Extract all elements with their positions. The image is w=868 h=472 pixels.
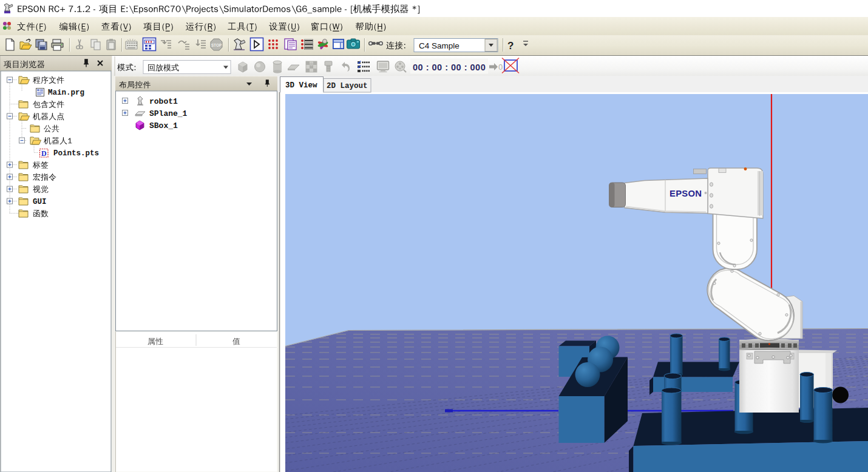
svg-text:Main.prg: Main.prg [48,89,84,97]
svg-text:?: ? [507,40,514,52]
svg-text:0: 0 [498,62,503,72]
svg-text:00 : 00 : 00 : 000: 00 : 00 : 00 : 000 [413,62,486,72]
svg-text:SBox_1: SBox_1 [149,121,178,130]
svg-text:Points.pts: Points.pts [53,149,99,158]
svg-text:C4 Sample: C4 Sample [419,41,459,50]
svg-text:SPlane_1: SPlane_1 [149,109,188,118]
svg-text:robot1: robot1 [149,97,178,106]
svg-text:2D Layout: 2D Layout [327,82,368,90]
svg-text:3D View: 3D View [285,81,317,90]
svg-text:STOP: STOP [211,43,222,47]
svg-text:D: D [41,149,47,158]
svg-text:EPSON: EPSON [670,189,702,198]
svg-text:GUI: GUI [33,198,47,206]
